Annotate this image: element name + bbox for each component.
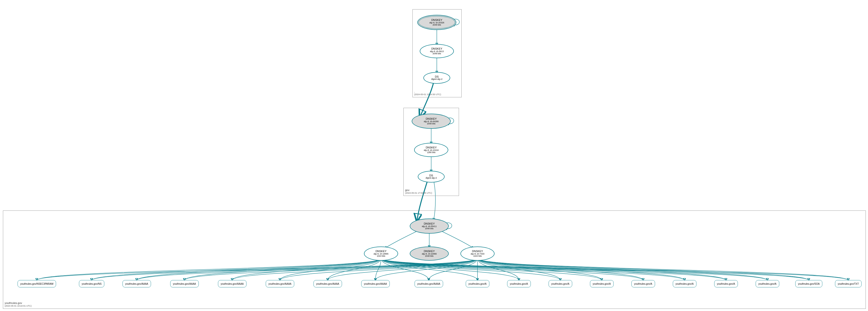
gov-ksk-l2: 2048 bits — [427, 123, 436, 125]
domain-zsk-b-title: DNSKEY — [424, 250, 435, 253]
rrset-label: youthrules.gov/AAAA — [269, 282, 291, 285]
rrset-node: youthrules.gov/A — [756, 280, 779, 287]
rrset-node: youthrules.gov/A — [507, 280, 531, 287]
rrset-label: youthrules.gov/A — [717, 282, 735, 285]
rrset-label: youthrules.gov/A — [676, 282, 694, 285]
zone-root-ts: (2024-05-01 13:14:50 UTC) — [414, 93, 441, 96]
zone-domain-ts: (2024-05-01 19:22:01 UTC) — [5, 305, 32, 308]
domain-zsk-c-l2: 1024 bits — [473, 255, 482, 257]
gov-ksk-title: DNSKEY — [426, 117, 437, 120]
rrset-label: youthrules.gov/NSEC3PARAM — [20, 282, 53, 285]
domain-zsk-c: DNSKEY alg=8, id=7333 1024 bits — [460, 246, 495, 261]
root-zsk-l2: 2048 bits — [433, 53, 441, 55]
domain-zsk-c-title: DNSKEY — [472, 250, 483, 253]
rrset-label: youthrules.gov/AAAA — [364, 282, 387, 285]
zone-gov-name: gov — [405, 188, 432, 192]
zone-root-name: . — [414, 90, 441, 93]
gov-zsk: DNSKEY alg=8, id=10104 1280 bits — [414, 143, 448, 157]
rrset-label: youthrules.gov/TXT — [838, 282, 859, 285]
rrset-label: youthrules.gov/SOA — [798, 282, 820, 285]
domain-zsk-b: DNSKEY alg=8, id=22966 2048 bits — [410, 246, 449, 261]
rrset-label: youthrules.gov/A — [510, 282, 528, 285]
domain-ksk: DNSKEY alg=8, id=55411 2048 bits — [410, 218, 449, 234]
rrset-node: youthrules.gov/A — [466, 280, 489, 287]
rrset-node: youthrules.gov/NS — [79, 280, 104, 287]
dnssec-graph: . (2024-05-01 13:14:50 UTC) DNSKEY alg=8… — [0, 0, 868, 311]
rrset-node: youthrules.gov/AAAA — [415, 280, 443, 287]
root-ds-l1: digest alg=2 — [431, 78, 442, 80]
gov-zsk-title: DNSKEY — [426, 146, 437, 149]
zone-gov-ts: (2024-05-01 17:02:45 UTC) — [405, 192, 432, 195]
rrset-node: youthrules.gov/AAAA — [170, 280, 199, 287]
root-ksk: DNSKEY alg=8, id=20326 2048 bits — [417, 15, 456, 30]
zone-domain-name: youthrules.gov — [5, 301, 32, 305]
root-ksk-title: DNSKEY — [431, 19, 442, 22]
root-zsk-title: DNSKEY — [431, 47, 442, 50]
rrset-node: youthrules.gov/SOA — [796, 280, 823, 287]
rrset-node: youthrules.gov/NSEC3PARAM — [18, 280, 56, 287]
rrset-node: youthrules.gov/AAAA — [266, 280, 294, 287]
gov-ksk: DNSKEY alg=8, id=64280 2048 bits — [412, 114, 451, 129]
rrset-node: youthrules.gov/A — [590, 280, 614, 287]
rrset-label: youthrules.gov/A — [468, 282, 487, 285]
zone-domain-label: youthrules.gov (2024-05-01 19:22:01 UTC) — [5, 301, 32, 308]
zone-root-label: . (2024-05-01 13:14:50 UTC) — [414, 90, 441, 96]
domain-zsk-a-title: DNSKEY — [375, 250, 386, 253]
domain-ksk-title: DNSKEY — [424, 222, 435, 226]
rrset-node: youthrules.gov/A — [631, 280, 655, 287]
rrset-node: youthrules.gov/AAAA — [218, 280, 247, 287]
root-ksk-l2: 2048 bits — [433, 24, 441, 26]
rrset-node: youthrules.gov/A — [673, 280, 696, 287]
rrset-node: youthrules.gov/A — [549, 280, 572, 287]
rrset-node: youthrules.gov/AAAA — [123, 280, 151, 287]
rrset-node: youthrules.gov/TXT — [835, 280, 862, 287]
rrset-node: youthrules.gov/AAAA — [313, 280, 342, 287]
domain-zsk-a: DNSKEY alg=8, id=18865 1024 bits — [364, 246, 398, 261]
rrset-label: youthrules.gov/AAAA — [173, 282, 196, 285]
rrset-label: youthrules.gov/A — [593, 282, 611, 285]
zone-gov-label: gov (2024-05-01 17:02:45 UTC) — [405, 188, 432, 195]
domain-zsk-b-l2: 2048 bits — [425, 255, 434, 257]
domain-ksk-l2: 2048 bits — [425, 228, 434, 230]
gov-ds-l1: digest alg=2 — [426, 177, 437, 179]
root-ds: DS digest alg=2 — [424, 72, 450, 84]
domain-zsk-a-l2: 1024 bits — [377, 255, 385, 257]
rrset-label: youthrules.gov/A — [758, 282, 777, 285]
rrset-label: youthrules.gov/AAAA — [221, 282, 244, 285]
rrset-node: youthrules.gov/A — [714, 280, 738, 287]
rrset-label: youthrules.gov/AAAA — [417, 282, 440, 285]
rrset-label: youthrules.gov/AAAA — [125, 282, 148, 285]
rrset-label: youthrules.gov/NS — [82, 282, 101, 285]
rrset-node: youthrules.gov/AAAA — [361, 280, 390, 287]
gov-ds: DS digest alg=2 — [418, 171, 444, 182]
gov-zsk-l2: 1280 bits — [427, 151, 436, 154]
rrset-label: youthrules.gov/A — [551, 282, 569, 285]
rrset-label: youthrules.gov/A — [634, 282, 652, 285]
rrset-label: youthrules.gov/AAAA — [316, 282, 339, 285]
root-zsk: DNSKEY alg=8, id=5613 2048 bits — [420, 44, 454, 58]
